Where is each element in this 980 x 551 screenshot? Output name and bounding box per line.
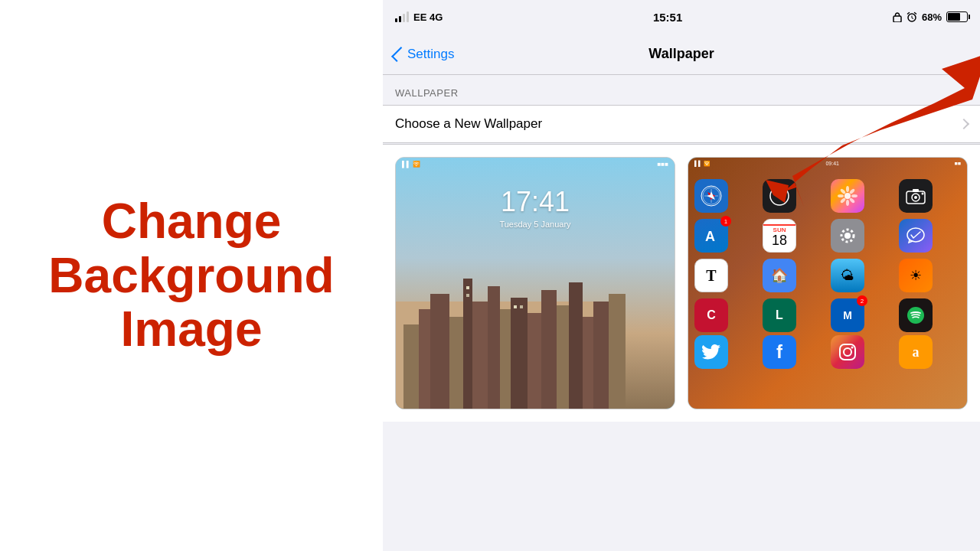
signal-bars xyxy=(395,11,409,22)
city-skyline-graphic xyxy=(396,256,626,409)
svg-point-39 xyxy=(849,188,855,194)
home-screen-preview[interactable]: ▌▌ 🛜 09:41 ■■ xyxy=(688,157,968,409)
battery-percent: 68% xyxy=(922,11,942,23)
myfitnesspal-badge: 2 xyxy=(857,295,867,306)
back-chevron-icon xyxy=(391,47,407,62)
app-icon-amazon[interactable]: a xyxy=(899,335,933,369)
title-line1: Change xyxy=(102,194,282,249)
choose-wallpaper-row[interactable]: Choose a New Wallpaper xyxy=(383,105,980,143)
iphone-screen: EE 4G 15:51 68% xyxy=(383,0,980,551)
svg-rect-3 xyxy=(403,324,419,409)
home-icons-row5: f a xyxy=(688,335,967,375)
home-icons-grid: 1 A SUN 18 xyxy=(688,173,967,338)
svg-point-53 xyxy=(844,348,851,356)
app-icon-camera[interactable] xyxy=(899,179,933,213)
svg-rect-15 xyxy=(569,282,583,409)
lock-icon xyxy=(893,11,902,22)
svg-rect-20 xyxy=(466,294,469,297)
title-line2: Background xyxy=(48,248,334,303)
svg-text:A: A xyxy=(705,229,715,244)
back-label: Settings xyxy=(407,47,454,62)
app-icon-instagram[interactable] xyxy=(831,335,864,369)
svg-rect-5 xyxy=(430,294,449,409)
svg-point-35 xyxy=(846,200,849,206)
svg-rect-45 xyxy=(913,189,919,192)
svg-point-34 xyxy=(846,186,849,192)
svg-rect-9 xyxy=(488,286,500,409)
lock-preview-status: ▌▌ 🛜 ■■■ xyxy=(396,158,675,171)
carrier-label: EE 4G xyxy=(413,11,443,23)
alarm-icon xyxy=(906,11,917,22)
svg-point-46 xyxy=(922,193,924,195)
app-icon-spotify[interactable] xyxy=(899,298,933,332)
lock-signal: ▌▌ 🛜 xyxy=(402,161,420,168)
svg-rect-11 xyxy=(511,298,528,409)
lock-preview-date: Tuesday 5 January xyxy=(499,220,570,229)
app-icon-googlehome[interactable]: 🏠 xyxy=(763,259,796,292)
nav-title: Wallpaper xyxy=(648,46,714,62)
title-line3: Image xyxy=(121,302,263,357)
signal-bar-1 xyxy=(395,18,397,22)
app-icon-safari[interactable] xyxy=(694,179,728,213)
status-left: EE 4G xyxy=(395,11,443,23)
svg-point-41 xyxy=(849,197,855,204)
signal-bar-3 xyxy=(403,14,405,22)
nav-bar: Settings Wallpaper xyxy=(383,34,980,75)
svg-rect-8 xyxy=(472,302,488,409)
app-icon-capitalone[interactable]: C xyxy=(694,298,728,332)
svg-point-38 xyxy=(840,188,846,194)
chevron-right-icon xyxy=(959,119,969,129)
status-bar: EE 4G 15:51 68% xyxy=(383,0,980,34)
svg-point-54 xyxy=(851,347,854,349)
svg-rect-13 xyxy=(541,290,557,409)
app-icon-twitter[interactable] xyxy=(694,335,728,369)
app-icon-photos[interactable] xyxy=(831,179,864,213)
wallpaper-section-header: WALLPAPER xyxy=(383,75,980,105)
app-icon-messenger[interactable] xyxy=(899,219,933,253)
svg-rect-16 xyxy=(583,317,593,409)
svg-rect-17 xyxy=(593,302,609,409)
svg-rect-21 xyxy=(514,305,517,308)
svg-point-37 xyxy=(851,194,858,197)
svg-rect-12 xyxy=(528,313,541,409)
app-icon-appstore[interactable]: 1 A xyxy=(694,219,728,253)
app-icon-accuweather[interactable]: ☀ xyxy=(899,259,933,292)
home-preview-status: ▌▌ 🛜 09:41 ■■ xyxy=(688,158,967,170)
content-area: WALLPAPER Choose a New Wallpaper ▌▌ 🛜 ■■… xyxy=(383,75,980,422)
lock-preview-time: 17:41 xyxy=(501,186,570,218)
app-icon-settings[interactable] xyxy=(831,219,864,253)
svg-rect-19 xyxy=(466,286,469,289)
signal-bar-4 xyxy=(407,11,409,22)
svg-rect-18 xyxy=(609,294,626,409)
svg-point-51 xyxy=(907,307,924,324)
appstore-badge: 1 xyxy=(720,216,731,227)
svg-point-36 xyxy=(838,194,844,197)
left-panel: Change Background Image xyxy=(0,0,383,551)
app-icon-clock[interactable] xyxy=(763,179,796,213)
svg-point-48 xyxy=(844,233,851,239)
svg-rect-14 xyxy=(557,305,569,409)
battery-icon xyxy=(946,11,968,22)
app-icon-weather[interactable]: 🌤 xyxy=(831,259,864,292)
svg-rect-22 xyxy=(520,305,523,308)
tutorial-title: Change Background Image xyxy=(48,194,334,356)
svg-rect-6 xyxy=(449,317,463,409)
status-right: 68% xyxy=(893,11,968,23)
app-icon-calendar[interactable]: SUN 18 xyxy=(763,219,796,253)
app-icon-facebook[interactable]: f xyxy=(763,335,796,369)
status-time: 15:51 xyxy=(653,11,682,24)
svg-rect-4 xyxy=(419,309,430,409)
back-button[interactable]: Settings xyxy=(395,47,454,62)
lock-screen-preview[interactable]: ▌▌ 🛜 ■■■ 17:41 Tuesday 5 January xyxy=(395,157,675,409)
app-icon-lloyds[interactable]: L xyxy=(763,298,796,332)
svg-rect-10 xyxy=(500,309,511,409)
wallpaper-previews: ▌▌ 🛜 ■■■ 17:41 Tuesday 5 January xyxy=(383,144,980,422)
svg-rect-0 xyxy=(893,16,901,22)
svg-point-33 xyxy=(844,193,851,199)
choose-wallpaper-label: Choose a New Wallpaper xyxy=(395,116,542,132)
svg-point-40 xyxy=(840,197,846,204)
signal-bar-2 xyxy=(399,16,401,22)
svg-point-44 xyxy=(914,196,917,199)
app-icon-nytimes[interactable]: T xyxy=(694,259,728,292)
app-icon-myfitnesspal[interactable]: 2 M xyxy=(831,298,864,332)
